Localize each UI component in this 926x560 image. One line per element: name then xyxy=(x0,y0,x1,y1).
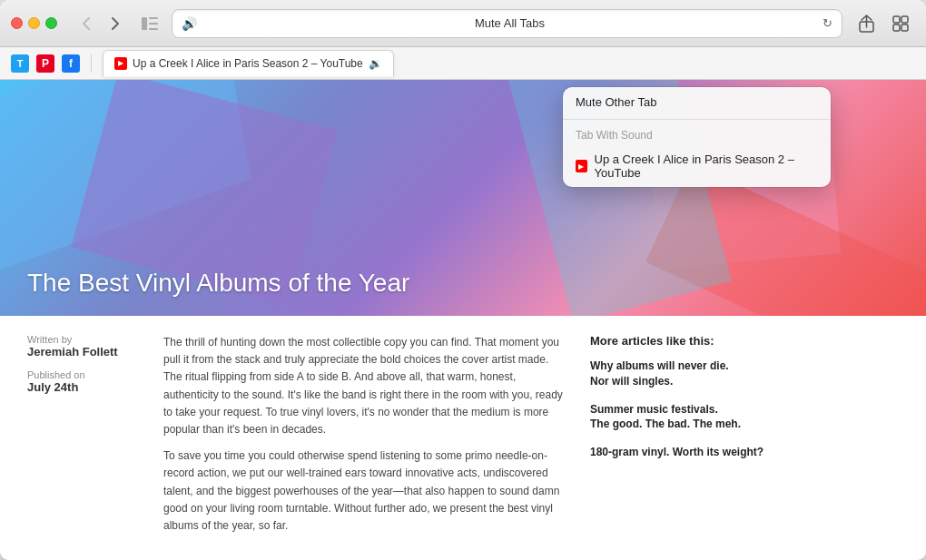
back-button[interactable] xyxy=(74,11,99,36)
dropdown-divider xyxy=(563,119,831,120)
facebook-bookmark[interactable]: f xyxy=(62,54,80,73)
twitter-bookmark[interactable]: T xyxy=(11,54,29,73)
tab-bar: T P f ▶ Up a Creek I Alice in Paris Seas… xyxy=(0,47,926,80)
sidebar-article-1: Why albums will never die.Nor will singl… xyxy=(590,359,763,389)
active-tab-title: Up a Creek I Alice in Paris Season 2 – Y… xyxy=(133,57,363,70)
sidebar-articles: More articles like this: Why albums will… xyxy=(590,334,763,544)
forward-button[interactable] xyxy=(103,11,128,36)
article-area: Written by Jeremiah Follett Published on… xyxy=(0,316,926,560)
address-bar[interactable]: 🔊 Mute All Tabs ↻ xyxy=(172,9,842,38)
bookmark-icons: T P f xyxy=(11,54,80,73)
svg-rect-7 xyxy=(893,25,900,31)
tab-divider xyxy=(91,54,92,73)
dropdown-tab-item[interactable]: ▶ Up a Creek I Alice in Paris Season 2 –… xyxy=(563,145,831,187)
article-paragraph-1: The thrill of hunting down the most coll… xyxy=(163,334,563,438)
title-bar: 🔊 Mute All Tabs ↻ xyxy=(0,0,926,47)
dropdown-tab-title: Up a Creek I Alice in Paris Season 2 – Y… xyxy=(595,152,818,180)
svg-rect-0 xyxy=(142,17,147,30)
svg-rect-1 xyxy=(149,17,158,19)
browser-window: 🔊 Mute All Tabs ↻ xyxy=(0,0,926,560)
mute-other-tab-label: Mute Other Tab xyxy=(576,95,656,109)
sidebar-article-3-title: 180-gram vinyl. Worth its weight? xyxy=(590,445,763,460)
address-text: Mute All Tabs xyxy=(202,16,817,30)
author-name: Jeremiah Follett xyxy=(27,345,136,359)
toolbar-right xyxy=(852,9,915,38)
svg-rect-2 xyxy=(149,23,158,25)
sound-icon: 🔊 xyxy=(182,16,197,31)
sidebar-articles-heading: More articles like this: xyxy=(590,334,763,348)
svg-rect-3 xyxy=(149,28,158,30)
close-button[interactable] xyxy=(11,17,23,29)
minimize-button[interactable] xyxy=(28,17,40,29)
svg-rect-6 xyxy=(901,16,908,23)
sidebar-article-2: Summer music festivals.The good. The bad… xyxy=(590,402,763,433)
reload-icon[interactable]: ↻ xyxy=(823,16,832,30)
dropdown-menu: Mute Other Tab Tab With Sound ▶ Up a Cre… xyxy=(563,87,831,187)
svg-rect-5 xyxy=(893,16,900,23)
tab-sound-icon: 🔉 xyxy=(369,57,382,70)
sidebar-article-2-title: Summer music festivals.The good. The bad… xyxy=(590,402,763,433)
tab-with-sound-label: Tab With Sound xyxy=(563,122,831,145)
hero-title: The Best Vinyl Albums of the Year xyxy=(27,269,409,298)
article-paragraph-2: To save you time you could otherwise spe… xyxy=(163,447,563,535)
sidebar-toggle-button[interactable] xyxy=(137,11,163,36)
pinterest-bookmark[interactable]: P xyxy=(36,54,54,73)
youtube-favicon: ▶ xyxy=(114,57,127,70)
published-label: Published on xyxy=(27,369,136,380)
mute-other-tab-item[interactable]: Mute Other Tab xyxy=(563,87,831,117)
written-by-label: Written by xyxy=(27,334,136,345)
content-area: The Best Vinyl Albums of the Year Writte… xyxy=(0,80,926,560)
nav-buttons xyxy=(74,11,128,36)
article-meta: Written by Jeremiah Follett Published on… xyxy=(27,334,136,544)
maximize-button[interactable] xyxy=(45,17,57,29)
sidebar-article-3: 180-gram vinyl. Worth its weight? xyxy=(590,445,763,460)
share-button[interactable] xyxy=(852,9,881,38)
article-body: The thrill of hunting down the most coll… xyxy=(163,334,563,544)
published-date: July 24th xyxy=(27,380,136,394)
svg-rect-8 xyxy=(901,25,908,31)
dropdown-yt-favicon: ▶ xyxy=(576,160,587,172)
tabs-button[interactable] xyxy=(886,9,915,38)
traffic-lights xyxy=(11,17,57,29)
sidebar-article-1-title: Why albums will never die.Nor will singl… xyxy=(590,359,763,389)
active-tab[interactable]: ▶ Up a Creek I Alice in Paris Season 2 –… xyxy=(103,50,394,77)
